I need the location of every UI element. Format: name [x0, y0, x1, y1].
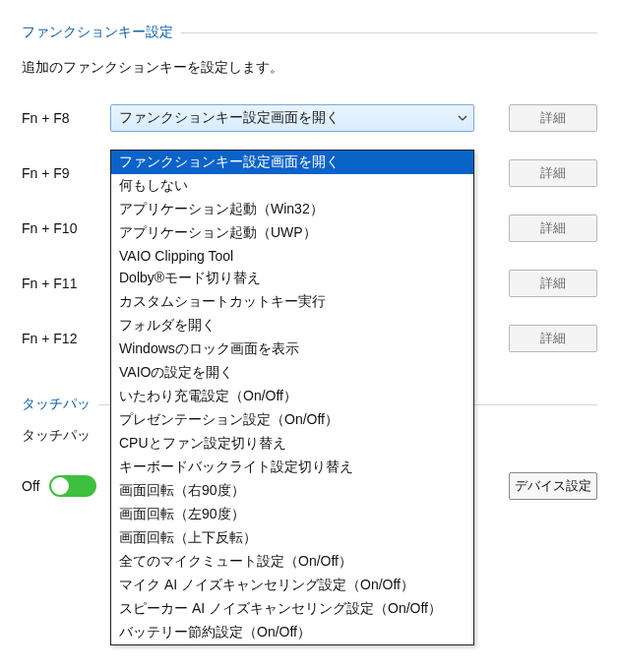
fn-label: Fn + F12 — [22, 331, 100, 346]
dropdown-option[interactable]: いたわり充電設定（On/Off） — [111, 385, 473, 408]
toggle-state-label: Off — [22, 478, 39, 494]
detail-button[interactable]: 詳細 — [509, 104, 597, 132]
dropdown-option[interactable]: 何もしない — [111, 174, 473, 198]
fn-action-combobox[interactable]: ファンクションキー設定画面を開く — [110, 104, 474, 132]
fn-row-f8: Fn + F8 ファンクションキー設定画面を開く 詳細 — [22, 104, 597, 132]
fn-action-dropdown-list[interactable]: ファンクションキー設定画面を開く何もしないアプリケーション起動（Win32）アプ… — [110, 150, 474, 645]
touchpad-section-title: タッチパッ — [22, 396, 91, 413]
toggle-knob — [51, 477, 69, 495]
section-title: ファンクションキー設定 — [22, 24, 173, 41]
dropdown-option[interactable]: 画面回転（右90度） — [111, 479, 473, 503]
settings-page: ファンクションキー設定 追加のファンクションキーを設定します。 Fn + F8 … — [0, 0, 619, 672]
dropdown-option[interactable]: キーボードバックライト設定切り替え — [111, 456, 473, 479]
dropdown-option[interactable]: ファンクションキー設定画面を開く — [111, 151, 473, 174]
dropdown-option[interactable]: スピーカー AI ノイズキャンセリング設定（On/Off） — [111, 597, 473, 621]
dropdown-option[interactable]: 画面回転（上下反転） — [111, 526, 473, 550]
dropdown-option[interactable]: プレゼンテーション設定（On/Off） — [111, 408, 473, 432]
dropdown-option[interactable]: バッテリー節約設定（On/Off） — [111, 621, 473, 644]
section-header-row: ファンクションキー設定 — [22, 24, 597, 41]
dropdown-option[interactable]: 全てのマイクミュート設定（On/Off） — [111, 550, 473, 574]
detail-button[interactable]: 詳細 — [509, 325, 597, 352]
fn-label: Fn + F11 — [22, 275, 100, 291]
combobox-value: ファンクションキー設定画面を開く — [119, 109, 340, 127]
device-settings-button[interactable]: デバイス設定 — [509, 472, 597, 500]
dropdown-option[interactable]: Dolby®モード切り替え — [111, 267, 473, 290]
dropdown-option[interactable]: フォルダを開く — [111, 314, 473, 337]
fn-label: Fn + F10 — [22, 220, 100, 236]
section-description: 追加のファンクションキーを設定します。 — [22, 59, 597, 77]
chevron-down-icon — [458, 113, 467, 123]
dropdown-option[interactable]: Windowsのロック画面を表示 — [111, 337, 473, 361]
dropdown-option[interactable]: カスタムショートカットキー実行 — [111, 290, 473, 314]
dropdown-option[interactable]: アプリケーション起動（UWP） — [111, 221, 473, 245]
dropdown-option[interactable]: CPUとファン設定切り替え — [111, 432, 473, 456]
section-divider — [181, 32, 597, 33]
detail-button[interactable]: 詳細 — [509, 214, 597, 242]
touchpad-toggle[interactable] — [49, 475, 96, 497]
dropdown-option[interactable]: アプリケーション起動（Win32） — [111, 198, 473, 221]
fn-label: Fn + F9 — [22, 165, 100, 181]
dropdown-option[interactable]: 画面回転（左90度） — [111, 503, 473, 526]
fn-label: Fn + F8 — [22, 110, 100, 126]
detail-button[interactable]: 詳細 — [509, 270, 597, 297]
detail-button[interactable]: 詳細 — [509, 159, 597, 187]
dropdown-option[interactable]: VAIO Clipping Tool — [111, 245, 473, 267]
dropdown-option[interactable]: VAIOの設定を開く — [111, 361, 473, 385]
dropdown-option[interactable]: マイク AI ノイズキャンセリング設定（On/Off） — [111, 574, 473, 597]
